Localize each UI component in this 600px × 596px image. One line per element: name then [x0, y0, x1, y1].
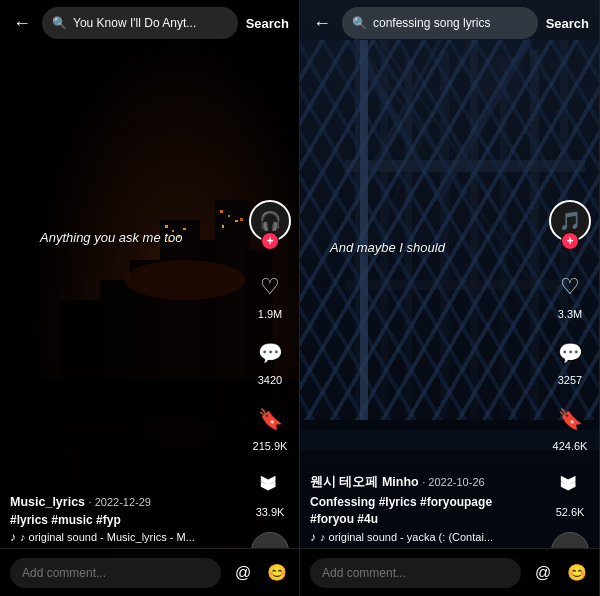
- right-search-button[interactable]: Search: [544, 16, 591, 31]
- right-at-button[interactable]: @: [531, 561, 555, 585]
- right-overlay-text: And maybe I should: [330, 240, 445, 255]
- left-avatar-icon: 🎧: [259, 210, 281, 232]
- left-emoji-button[interactable]: 😊: [265, 561, 289, 585]
- left-comment-button[interactable]: 💬 3420: [251, 334, 289, 386]
- left-like-count: 1.9M: [258, 308, 282, 320]
- left-overlay-text: Anything you ask me too: [40, 230, 182, 245]
- right-chat-icon: 💬: [551, 334, 589, 372]
- left-comment-bar: @ 😊: [0, 548, 299, 596]
- right-author-name: 웬시 테오페 Minho: [310, 475, 419, 489]
- left-music: ♪ ♪ original sound - Music_lyrics - M...: [10, 530, 244, 544]
- right-top-bar: ← 🔍 confessing song lyrics Search: [300, 0, 599, 46]
- left-top-bar: ← 🔍 You Know I'll Do Anyt... Search: [0, 0, 299, 46]
- left-share-count: 33.9K: [256, 506, 285, 518]
- right-bookmark-icon: 🔖: [551, 400, 589, 438]
- left-search-query: You Know I'll Do Anyt...: [73, 16, 228, 30]
- left-like-button[interactable]: ♡ 1.9M: [251, 268, 289, 320]
- right-tags2: #foryou #4u: [310, 512, 544, 526]
- left-tags: #lyrics #music #fyp: [10, 513, 244, 527]
- left-follow-badge[interactable]: +: [261, 232, 279, 250]
- left-comment-input[interactable]: [10, 558, 221, 588]
- right-share-count: 52.6K: [556, 506, 585, 518]
- right-date: · 2022-10-26: [422, 476, 484, 488]
- left-music-text: ♪ original sound - Music_lyrics - M...: [20, 531, 195, 543]
- right-like-count: 3.3M: [558, 308, 582, 320]
- left-share-icon: [251, 466, 289, 504]
- left-panel: ← 🔍 You Know I'll Do Anyt... Search Anyt…: [0, 0, 300, 596]
- right-like-button[interactable]: ♡ 3.3M: [551, 268, 589, 320]
- right-back-button[interactable]: ←: [308, 9, 336, 37]
- left-comment-count: 3420: [258, 374, 282, 386]
- left-bookmark-button[interactable]: 🔖 215.9K: [251, 400, 289, 452]
- right-comment-button[interactable]: 💬 3257: [551, 334, 589, 386]
- right-comment-input[interactable]: [310, 558, 521, 588]
- right-tags: Confessing #lyrics #foryoupage: [310, 495, 544, 509]
- right-avatar[interactable]: 🎵 +: [549, 200, 591, 250]
- left-author-line: Music_lyrics · 2022-12-29: [10, 495, 244, 509]
- left-music-note: ♪: [10, 530, 16, 544]
- right-bookmark-count: 424.6K: [553, 440, 588, 452]
- left-search-icon: 🔍: [52, 16, 67, 30]
- right-emoji-button[interactable]: 😊: [565, 561, 589, 585]
- right-avatar-icon: 🎵: [559, 210, 581, 232]
- left-avatar[interactable]: 🎧 +: [249, 200, 291, 250]
- left-search-bar[interactable]: 🔍 You Know I'll Do Anyt...: [42, 7, 238, 39]
- left-share-button[interactable]: 33.9K: [251, 466, 289, 518]
- left-bottom-info: Music_lyrics · 2022-12-29 #lyrics #music…: [10, 495, 244, 544]
- right-comment-count: 3257: [558, 374, 582, 386]
- right-music: ♪ ♪ original sound - yacka (: (Contai...: [310, 530, 544, 544]
- right-search-query: confessing song lyrics: [373, 16, 528, 30]
- right-music-text: ♪ original sound - yacka (: (Contai...: [320, 531, 493, 543]
- right-panel: ← 🔍 confessing song lyrics Search And ma…: [300, 0, 600, 596]
- left-back-button[interactable]: ←: [8, 9, 36, 37]
- left-bookmark-count: 215.9K: [253, 440, 288, 452]
- right-heart-icon: ♡: [551, 268, 589, 306]
- left-heart-icon: ♡: [251, 268, 289, 306]
- right-bookmark-button[interactable]: 🔖 424.6K: [551, 400, 589, 452]
- right-bottom-info: 웬시 테오페 Minho · 2022-10-26 Confessing #ly…: [310, 474, 544, 544]
- left-date: · 2022-12-29: [89, 496, 151, 508]
- right-search-bar[interactable]: 🔍 confessing song lyrics: [342, 7, 538, 39]
- right-follow-badge[interactable]: +: [561, 232, 579, 250]
- right-author-line: 웬시 테오페 Minho · 2022-10-26: [310, 474, 544, 491]
- left-bookmark-icon: 🔖: [251, 400, 289, 438]
- right-comment-bar: @ 😊: [300, 548, 599, 596]
- left-action-buttons: 🎧 + ♡ 1.9M 💬 3420 🔖 215.9K 33.9K ♪: [249, 200, 291, 570]
- right-music-note: ♪: [310, 530, 316, 544]
- left-author-name: Music_lyrics: [10, 495, 85, 509]
- left-search-button[interactable]: Search: [244, 16, 291, 31]
- right-share-icon: [551, 466, 589, 504]
- left-at-button[interactable]: @: [231, 561, 255, 585]
- left-chat-icon: 💬: [251, 334, 289, 372]
- right-action-buttons: 🎵 + ♡ 3.3M 💬 3257 🔖 424.6K 52.6K ♪: [549, 200, 591, 570]
- right-share-button[interactable]: 52.6K: [551, 466, 589, 518]
- right-search-icon: 🔍: [352, 16, 367, 30]
